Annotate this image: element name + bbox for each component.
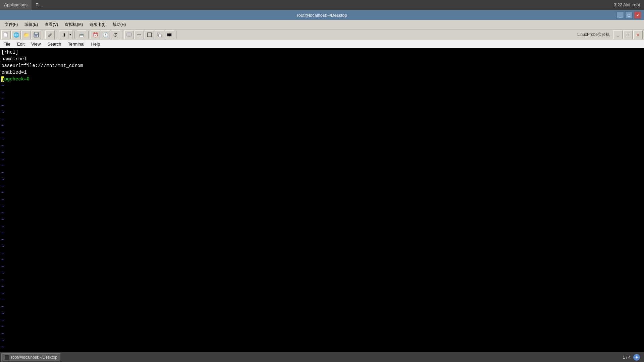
editor-line-tilde-6: ~: [1, 116, 643, 123]
places-menu[interactable]: Pl...: [32, 0, 47, 10]
menu-search[interactable]: Search: [44, 40, 64, 48]
editor-line-2: name=rhel: [1, 56, 643, 62]
toolbar-window-controls: _ □ ✕: [613, 31, 643, 39]
editor-line-tilde-11: ~: [1, 149, 643, 156]
window-title: root@localhost:~/Desktop: [297, 13, 347, 18]
editor-line-tilde-19: ~: [1, 203, 643, 210]
menu-file[interactable]: File: [0, 40, 14, 48]
vim-menu-view[interactable]: 查看(V): [41, 21, 61, 29]
vim-menu-vm[interactable]: 虚拟机(M): [61, 21, 86, 29]
vim-menu-bar: File Edit View Search Terminal Help: [0, 40, 644, 48]
editor-line-tilde-23: ~: [1, 230, 643, 237]
toolbar-maximize-btn[interactable]: [145, 31, 154, 39]
system-bar-right: 3:22 AM root: [614, 2, 644, 7]
toolbar-suspend-btn[interactable]: ⏸: [59, 31, 68, 39]
svg-rect-11: [128, 36, 130, 37]
editor-line-tilde-4: ~: [1, 103, 643, 109]
editor-line-tilde-32: ~: [1, 290, 643, 297]
editor-line-tilde-36: ~: [1, 317, 643, 324]
svg-rect-19: [169, 36, 170, 37]
menu-help[interactable]: Help: [88, 40, 104, 48]
toolbar-timer-btn[interactable]: ⏱: [111, 31, 120, 39]
toolbar-screen2-btn[interactable]: [165, 31, 174, 39]
svg-rect-12: [128, 37, 130, 37]
editor-line-3: baseurl=file:///mnt/mnt_cdrom: [1, 62, 643, 69]
toolbar-suspend-dropdown[interactable]: ▼: [68, 31, 72, 39]
editor-line-tilde-34: ~: [1, 304, 643, 310]
toolbar-sep-1: [43, 31, 43, 39]
title-bar-controls: _ □ ✕: [616, 11, 641, 19]
system-bar: Applications Pl... 3:22 AM root: [0, 0, 644, 10]
editor-line-tilde-10: ~: [1, 143, 643, 149]
linux-probe-label: LinuxProbe实验机: [577, 32, 612, 38]
system-bar-left: Applications Pl...: [0, 0, 47, 10]
editor-area[interactable]: [rhel] name=rhel baseurl=file:///mnt/mnt…: [0, 48, 644, 355]
editor-line-tilde-24: ~: [1, 237, 643, 243]
toolbar-win-min[interactable]: _: [613, 31, 623, 39]
taskbar-terminal-item[interactable]: root@localhost:~/Desktop: [1, 353, 60, 361]
taskbar-terminal-label: root@localhost:~/Desktop: [11, 355, 57, 360]
toolbar-clock2-btn[interactable]: 🕐: [101, 31, 110, 39]
editor-line-tilde-21: ~: [1, 217, 643, 223]
editor-line-tilde-31: ~: [1, 284, 643, 290]
editor-line-tilde-17: ~: [1, 190, 643, 196]
editor-line-tilde-29: ~: [1, 270, 643, 277]
toolbar-sep-4: [88, 31, 89, 39]
editor-line-tilde-28: ~: [1, 263, 643, 270]
vim-menu-help[interactable]: 帮助(H): [109, 21, 129, 29]
editor-line-5: gpgcheck=0: [1, 76, 643, 82]
taskbar-right: 1 / 4 ●: [623, 354, 643, 361]
toolbar-screen1-btn[interactable]: [124, 31, 134, 39]
editor-line-tilde-39: ~: [1, 337, 643, 344]
toolbar-browser-btn[interactable]: 🌐: [11, 31, 21, 39]
toolbar-win-close[interactable]: ✕: [633, 31, 643, 39]
vim-top-menu: 文件(F) 编辑(E) 查看(V) 虚拟机(M) 选项卡(I) 帮助(H): [0, 20, 644, 29]
editor-line-tilde-27: ~: [1, 257, 643, 263]
menu-edit[interactable]: Edit: [14, 40, 28, 48]
window-restore-button[interactable]: □: [625, 11, 633, 19]
toolbar-win-restore[interactable]: □: [623, 31, 633, 39]
svg-rect-18: [167, 34, 171, 36]
svg-rect-5: [35, 35, 37, 37]
system-user: root: [633, 2, 640, 7]
menu-view[interactable]: View: [28, 40, 44, 48]
applications-menu[interactable]: Applications: [0, 0, 32, 10]
editor-line-tilde-14: ~: [1, 170, 643, 176]
editor-line-tilde-25: ~: [1, 243, 643, 250]
toolbar-box-btn[interactable]: [155, 31, 164, 39]
toolbar-new-btn[interactable]: [1, 31, 11, 39]
toolbar-sep-5: [122, 31, 122, 39]
editor-line-tilde-37: ~: [1, 324, 643, 330]
vim-menu-tabs[interactable]: 选项卡(I): [86, 21, 109, 29]
toolbar-minus-btn[interactable]: [135, 31, 144, 39]
vim-menu-file[interactable]: 文件(F): [1, 21, 21, 29]
taskbar-left: root@localhost:~/Desktop: [1, 353, 60, 361]
system-time: 3:22 AM: [614, 2, 630, 7]
editor-line-tilde-9: ~: [1, 136, 643, 143]
editor-line-tilde-15: ~: [1, 176, 643, 183]
toolbar-suspend-group: ⏸ ▼: [59, 31, 72, 39]
toolbar-folder-btn[interactable]: 📁: [21, 31, 31, 39]
taskbar: root@localhost:~/Desktop 1 / 4 ●: [0, 352, 644, 362]
editor-line-tilde-2: ~: [1, 89, 643, 96]
title-bar: root@localhost:~/Desktop _ □ ✕: [0, 10, 644, 20]
editor-line-tilde-33: ~: [1, 297, 643, 304]
svg-rect-8: [80, 36, 83, 37]
window-minimize-button[interactable]: _: [616, 11, 624, 19]
editor-line-tilde-5: ~: [1, 109, 643, 116]
toolbar-clock1-btn[interactable]: ⏰: [91, 31, 100, 39]
toolbar-print-btn[interactable]: [77, 31, 86, 39]
vim-toolbar: 🌐 📁 ⏸ ▼ ⏰ 🕐 ⏱: [0, 29, 644, 40]
editor-line-tilde-35: ~: [1, 310, 643, 317]
editor-line-1: [rhel]: [1, 49, 643, 56]
vim-menu-edit[interactable]: 编辑(E): [21, 21, 41, 29]
editor-line-tilde-7: ~: [1, 123, 643, 129]
window-close-button[interactable]: ✕: [634, 11, 641, 19]
svg-rect-3: [35, 33, 38, 34]
toolbar-save-btn[interactable]: [32, 31, 41, 39]
taskbar-pager: 1 / 4: [623, 355, 631, 360]
editor-line-tilde-26: ~: [1, 250, 643, 257]
menu-terminal[interactable]: Terminal: [65, 40, 88, 48]
editor-line-tilde-16: ~: [1, 183, 643, 190]
toolbar-edit-btn[interactable]: [45, 31, 55, 39]
